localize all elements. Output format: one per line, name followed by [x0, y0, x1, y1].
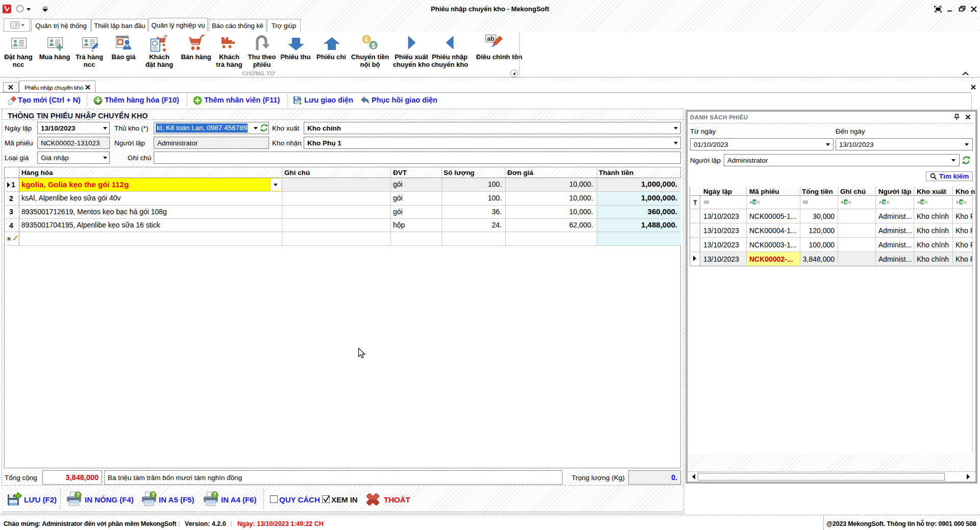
svg-text:€: €	[364, 36, 368, 43]
svg-text:$: $	[372, 42, 376, 49]
svg-text:ab: ab	[487, 35, 495, 42]
